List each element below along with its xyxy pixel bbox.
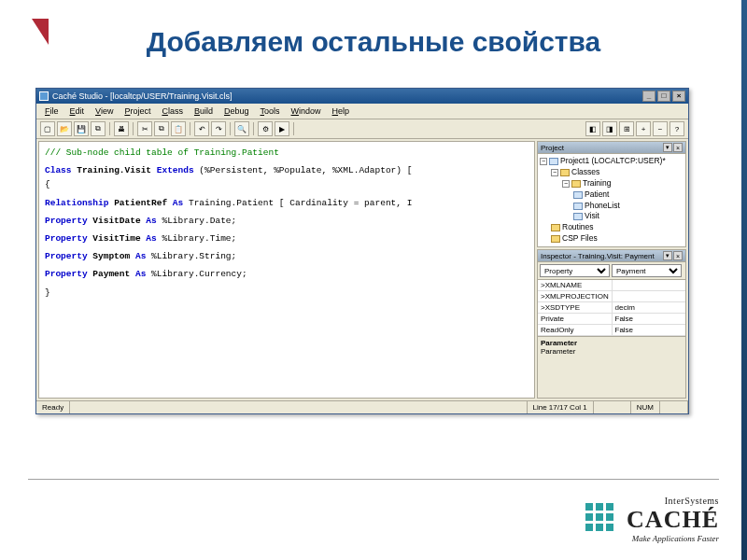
panel-pin-icon[interactable]: ▾ — [663, 143, 672, 152]
status-ready: Ready — [36, 401, 70, 413]
save-all-icon[interactable]: ⧉ — [91, 121, 106, 136]
code-line-5: Property VisitDate As %Library.Date; — [45, 214, 529, 228]
code-line-8: Property Payment As %Library.Currency; — [45, 267, 529, 281]
code-editor[interactable]: /// Sub-node child table of Training.Pat… — [38, 141, 535, 399]
zoom-out-icon[interactable]: − — [653, 121, 668, 136]
slide-title: Добавляем остальные свойства — [0, 26, 747, 58]
print-icon[interactable]: 🖶 — [114, 121, 129, 136]
save-icon[interactable]: 💾 — [74, 121, 89, 136]
menu-class[interactable]: Class — [157, 105, 188, 117]
tree-csp[interactable]: CSP Files — [562, 233, 598, 245]
inspector-panel: Inspector - Training.Visit: Payment ▾ × … — [537, 249, 686, 399]
compile-icon[interactable]: ⚙ — [258, 121, 273, 136]
zoom-in-icon[interactable]: + — [636, 121, 651, 136]
menu-edit[interactable]: Edit — [65, 105, 90, 117]
menu-build[interactable]: Build — [190, 105, 218, 117]
inspector-footer-label: Parameter — [541, 339, 683, 347]
build-icon[interactable]: ▶ — [275, 121, 289, 136]
status-bar: Ready Line 17/17 Col 1 NUM — [36, 400, 688, 413]
close-button[interactable]: × — [672, 91, 685, 102]
inspector-close-icon[interactable]: × — [673, 251, 683, 260]
tree-patient[interactable]: Patient — [585, 189, 609, 201]
code-line-4: Relationship PatientRef As Training.Pati… — [45, 196, 529, 210]
code-line-9: } — [45, 287, 50, 298]
menu-tools[interactable]: Tools — [256, 105, 285, 117]
title-bar: Caché Studio - [localtcp/USER/Training.V… — [36, 89, 688, 104]
project-panel-title: Project — [541, 144, 564, 152]
code-line-7: Property Symptom As %Library.String; — [45, 249, 529, 263]
code-line-1: /// Sub-node child table of Training.Pat… — [45, 147, 279, 158]
panel-close-icon[interactable]: × — [673, 143, 683, 152]
menu-bar: File Edit View Project Class Build Debug… — [36, 104, 688, 119]
menu-view[interactable]: View — [91, 105, 118, 117]
tree-routines[interactable]: Routines — [562, 222, 594, 233]
status-position: Line 17/17 Col 1 — [528, 401, 594, 413]
logo: InterSystems CACHÉ Make Applications Fas… — [627, 496, 719, 543]
logo-tagline: Make Applications Faster — [627, 534, 719, 543]
inspector-footer-sub: Parameter — [541, 347, 683, 356]
find-icon[interactable]: 🔍 — [234, 121, 249, 136]
code-line-2: Class Training.Visit Extends (%Persisten… — [45, 163, 529, 177]
divider — [28, 479, 719, 480]
menu-help[interactable]: Help — [328, 105, 355, 117]
system-icon — [39, 91, 49, 101]
redo-icon[interactable]: ↷ — [211, 121, 226, 136]
paste-icon[interactable]: 📋 — [171, 121, 186, 136]
menu-window[interactable]: Window — [287, 105, 326, 117]
code-line-3: { — [45, 179, 50, 189]
new-icon[interactable]: ▢ — [40, 121, 55, 136]
help-icon[interactable]: ? — [669, 121, 684, 136]
tree-root[interactable]: Project1 (LOCALTCP:USER)* — [560, 156, 666, 167]
inspector-item-select[interactable]: Payment — [612, 264, 682, 277]
right-accent-bar — [741, 0, 747, 560]
inspector-title: Inspector - Training.Visit: Payment — [541, 252, 655, 260]
project-tree[interactable]: −Project1 (LOCALTCP:USER)* −Classes −Tra… — [540, 156, 684, 245]
maximize-button[interactable]: □ — [657, 91, 670, 102]
toolbar: ▢ 📂 💾 ⧉ 🖶 ✂ ⧉ 📋 ↶ ↷ 🔍 ⚙ ▶ ◧ ◨ ⊞ + − ? — [36, 119, 688, 139]
status-num: NUM — [631, 401, 660, 413]
menu-debug[interactable]: Debug — [219, 105, 254, 117]
inspector-grid[interactable]: >XMLNAME >XMLPROJECTION >XSDTYPEdecim Pr… — [538, 280, 685, 336]
inspector-pin-icon[interactable]: ▾ — [663, 251, 672, 260]
minimize-button[interactable]: _ — [642, 91, 655, 102]
window-title: Caché Studio - [localtcp/USER/Training.V… — [52, 91, 233, 101]
tool-a-icon[interactable]: ◧ — [585, 121, 600, 136]
tool-b-icon[interactable]: ◨ — [602, 121, 617, 136]
tree-classes[interactable]: Classes — [571, 167, 599, 178]
tree-visit[interactable]: Visit — [585, 211, 599, 222]
code-line-6: Property VisitTime As %Library.Time; — [45, 231, 529, 245]
menu-project[interactable]: Project — [120, 105, 155, 117]
copy-icon[interactable]: ⧉ — [154, 121, 169, 136]
undo-icon[interactable]: ↶ — [194, 121, 209, 136]
tree-phonelist[interactable]: PhoneList — [585, 201, 620, 212]
inspector-member-select[interactable]: Property — [540, 264, 610, 277]
tool-c-icon[interactable]: ⊞ — [619, 121, 634, 136]
logo-cache: CACHÉ — [627, 506, 719, 534]
app-window: Caché Studio - [localtcp/USER/Training.V… — [35, 88, 689, 414]
tree-training[interactable]: Training — [583, 178, 611, 189]
logo-intersystems: InterSystems — [627, 496, 719, 506]
open-icon[interactable]: 📂 — [57, 121, 72, 136]
logo-squares-icon — [585, 503, 613, 531]
cut-icon[interactable]: ✂ — [137, 121, 152, 136]
project-panel: Project ▾ × −Project1 (LOCALTCP:USER)* −… — [537, 141, 686, 247]
menu-file[interactable]: File — [40, 105, 63, 117]
